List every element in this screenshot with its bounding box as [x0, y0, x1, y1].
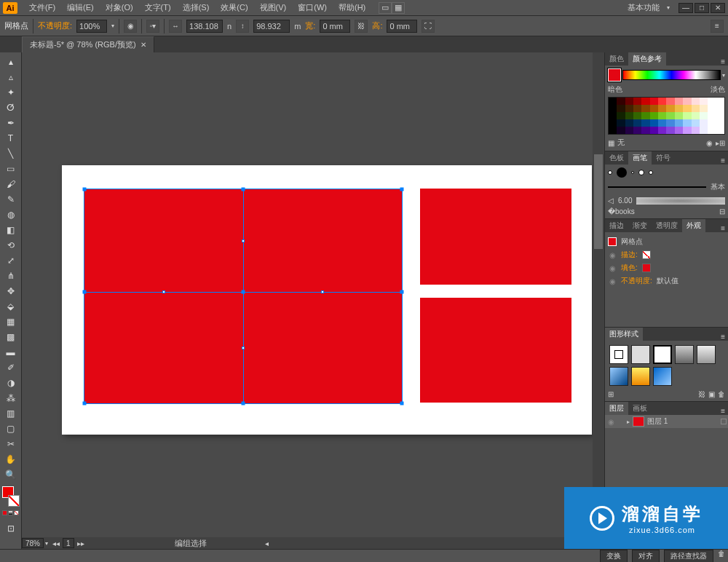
layer-row[interactable]: ◉ ▸ 图层 1: [605, 415, 728, 428]
tool-rectangle[interactable]: ▭: [3, 162, 19, 175]
tool-slice[interactable]: ✂: [3, 438, 19, 451]
arrange-icon[interactable]: ▦: [392, 2, 405, 14]
tool-shape-builder[interactable]: ⬙: [3, 300, 19, 313]
gradient-mode-icon[interactable]: [8, 510, 13, 515]
scrollbar-vertical[interactable]: [593, 52, 604, 537]
workspace-switcher[interactable]: 基本功能: [628, 2, 660, 13]
tab-gradient[interactable]: 渐变: [628, 219, 652, 232]
menu-select[interactable]: 选择(S): [177, 1, 215, 15]
red-rectangle-3[interactable]: [420, 298, 571, 403]
tool-artboard[interactable]: ▢: [3, 422, 19, 435]
anchor-icon[interactable]: ▫▾: [146, 20, 159, 33]
tool-symbol-spray[interactable]: ⁂: [3, 392, 19, 405]
y-input[interactable]: [253, 20, 290, 33]
workspace-dropdown-icon[interactable]: ▾: [667, 4, 670, 11]
tab-stroke[interactable]: 描边: [605, 219, 628, 232]
tab-color[interactable]: 颜色: [605, 52, 628, 66]
panel-menu-icon-3[interactable]: ≡: [718, 224, 728, 232]
save-group-icon[interactable]: ▸⊞: [716, 139, 725, 147]
menu-help[interactable]: 帮助(H): [333, 1, 371, 15]
none-mode-icon[interactable]: [14, 510, 19, 515]
panel-pathfinder[interactable]: 路径查找器: [664, 550, 713, 563]
tab-symbols[interactable]: 符号: [652, 151, 675, 165]
appear-opacity-label[interactable]: 不透明度:: [621, 276, 652, 286]
break-link-icon[interactable]: ⛓: [698, 390, 705, 398]
brush-options-icon[interactable]: ⊟: [719, 207, 725, 215]
eye-icon-2[interactable]: ◉: [608, 264, 617, 272]
tab-swatches[interactable]: 色板: [605, 151, 628, 165]
window-minimize[interactable]: —: [678, 3, 693, 13]
recolor-art-icon[interactable]: ◉: [706, 139, 713, 147]
artboard-nav[interactable]: 1: [63, 538, 74, 548]
tab-layers[interactable]: 图层: [605, 402, 628, 415]
panel-transform[interactable]: 变换: [600, 550, 628, 563]
tab-graphic-styles[interactable]: 图形样式: [605, 328, 643, 341]
isolate-icon[interactable]: ⛶: [422, 20, 435, 33]
appear-stroke-swatch[interactable]: [642, 250, 651, 259]
tool-free-transform[interactable]: ✥: [3, 285, 19, 298]
page-prev-icon[interactable]: ◂◂: [52, 539, 60, 547]
tool-scale[interactable]: ⤢: [3, 254, 19, 267]
tool-type[interactable]: T: [3, 132, 19, 145]
scroll-left-icon[interactable]: ◂: [265, 539, 269, 547]
panel-menu-icon-4[interactable]: ≡: [718, 333, 728, 341]
tool-direct-select[interactable]: ▵: [3, 71, 19, 84]
tool-eraser[interactable]: ◧: [3, 223, 19, 237]
brush-size-val[interactable]: 6.00: [618, 197, 632, 205]
delete-style-icon[interactable]: 🗑: [718, 390, 725, 398]
tool-line[interactable]: ╲: [3, 147, 19, 160]
menu-edit[interactable]: 编辑(E): [61, 1, 100, 15]
basic-brush[interactable]: [608, 186, 706, 188]
appear-stroke-label[interactable]: 描边:: [621, 250, 638, 260]
style-lib-icon[interactable]: ⊞: [608, 390, 614, 398]
trash-icon[interactable]: 🗑: [718, 550, 725, 563]
tab-artboards[interactable]: 画板: [628, 402, 652, 415]
tab-close-icon[interactable]: ✕: [141, 41, 146, 49]
canvas-area[interactable]: 78% ▾ ◂◂ 1 ▸▸ 编组选择 ◂ ▸: [22, 52, 604, 549]
brush-preview[interactable]: [636, 197, 725, 205]
tool-eyedropper[interactable]: ✐: [3, 361, 19, 374]
window-close[interactable]: ✕: [711, 3, 725, 13]
layer-name[interactable]: 图层 1: [647, 416, 668, 427]
harmony-strip[interactable]: [622, 70, 721, 80]
tool-mesh[interactable]: ▩: [3, 331, 19, 344]
tool-pen[interactable]: ✒: [3, 116, 19, 130]
harmony-dropdown-icon[interactable]: ▾: [722, 72, 725, 79]
layer-visibility-icon[interactable]: ◉: [606, 418, 615, 426]
tool-magic-wand[interactable]: ✦: [3, 86, 19, 99]
panel-menu-icon[interactable]: ≡: [718, 58, 728, 66]
tool-blend[interactable]: ◑: [3, 376, 19, 389]
menu-view[interactable]: 视图(V): [254, 1, 293, 15]
link-wh-icon[interactable]: ⛓: [355, 20, 368, 33]
color-swatch-grid[interactable]: [608, 97, 725, 135]
new-style-icon[interactable]: ▣: [708, 390, 715, 398]
tool-paintbrush[interactable]: 🖌: [3, 178, 19, 191]
tool-zoom[interactable]: 🔍: [3, 468, 19, 481]
tool-perspective[interactable]: ▦: [3, 315, 19, 328]
layout-icon[interactable]: ▭: [379, 2, 392, 14]
tool-graph[interactable]: ▥: [3, 407, 19, 420]
tab-transparency[interactable]: 透明度: [652, 219, 682, 232]
tool-screen-mode[interactable]: ⊡: [3, 522, 19, 535]
brush-lib-icon[interactable]: �books: [608, 207, 635, 215]
fill-stroke-indicator[interactable]: [2, 486, 20, 507]
window-maximize[interactable]: □: [695, 3, 709, 13]
tool-width[interactable]: ⋔: [3, 269, 19, 282]
page-next-icon[interactable]: ▸▸: [77, 539, 84, 547]
tab-appearance[interactable]: 外观: [682, 219, 705, 232]
control-menu-icon[interactable]: ≡: [711, 20, 724, 33]
scrollbar-v-thumb[interactable]: [594, 154, 603, 249]
panel-align[interactable]: 对齐: [632, 550, 660, 563]
color-mode-icon[interactable]: [2, 510, 7, 515]
tool-selection[interactable]: ▴: [3, 55, 19, 68]
scrollbar-horizontal[interactable]: 78% ▾ ◂◂ 1 ▸▸ 编组选择 ◂ ▸: [22, 537, 593, 549]
height-input[interactable]: [387, 20, 417, 33]
red-rectangle-2[interactable]: [420, 189, 571, 285]
panel-menu-icon-5[interactable]: ≡: [718, 407, 728, 415]
eye-icon[interactable]: ◉: [608, 251, 617, 259]
menu-window[interactable]: 窗口(W): [292, 1, 333, 15]
tool-lasso[interactable]: ⵚ: [3, 101, 19, 114]
tool-gradient[interactable]: ▬: [3, 346, 19, 359]
tool-rotate[interactable]: ⟲: [3, 239, 19, 252]
opacity-step-icon[interactable]: ▾: [111, 23, 114, 29]
